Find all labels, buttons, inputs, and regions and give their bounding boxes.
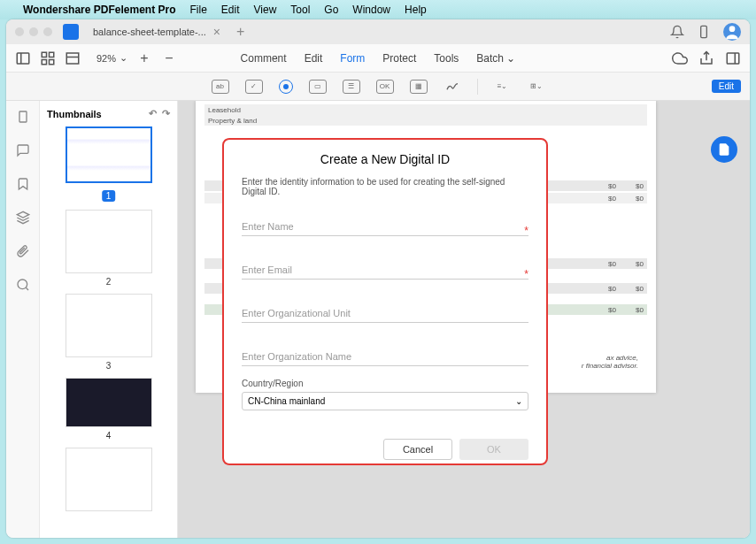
rotate-left-icon[interactable]: ↶: [149, 108, 157, 119]
row-total-2: $0 $0: [204, 193, 647, 203]
help-fab-button[interactable]: [711, 136, 737, 163]
listbox-tool[interactable]: ☰: [343, 80, 360, 94]
rotate-right-icon[interactable]: ↷: [162, 108, 170, 119]
thumbnail-number-4: 4: [47, 431, 170, 441]
chevron-down-icon: ⌄: [120, 52, 127, 64]
svg-line-14: [26, 287, 28, 290]
menu-window[interactable]: Window: [352, 4, 390, 16]
zoom-in-button[interactable]: +: [136, 50, 152, 66]
minimize-window-button[interactable]: [29, 27, 38, 36]
grid-view-icon[interactable]: [40, 50, 56, 66]
svg-rect-7: [50, 59, 54, 64]
thumbnail-page-1[interactable]: [66, 126, 152, 183]
row-total-1: $0 $0: [204, 180, 647, 191]
text-field-tool[interactable]: ab: [212, 80, 229, 94]
titlebar: balance-sheet-template-... × +: [6, 19, 750, 44]
app-logo-icon: [63, 24, 79, 40]
thumbnails-panel: Thumbnails ↶ ↷ 1 2 3 4: [40, 101, 178, 538]
menu-view[interactable]: View: [254, 4, 277, 16]
zoom-value: 92%: [96, 53, 116, 64]
button-tool[interactable]: OK: [376, 80, 394, 94]
thumbnails-title: Thumbnails: [47, 109, 102, 119]
edit-mode-badge[interactable]: Edit: [712, 80, 741, 93]
row-total-4: $0 $0: [204, 283, 647, 294]
attachment-icon[interactable]: [16, 244, 30, 258]
close-tab-icon[interactable]: ×: [213, 25, 220, 39]
row-leasehold: Leasehold: [204, 104, 647, 115]
thumbnail-page-4[interactable]: [66, 378, 152, 427]
menu-help[interactable]: Help: [405, 4, 427, 16]
tab-comment[interactable]: Comment: [241, 52, 287, 65]
layers-icon[interactable]: [16, 211, 30, 225]
svg-rect-5: [50, 52, 54, 57]
app-name[interactable]: Wondershare PDFelement Pro: [23, 4, 176, 16]
menubar: Wondershare PDFelement Pro File Edit Vie…: [0, 0, 756, 19]
svg-point-1: [729, 26, 736, 32]
cloud-icon[interactable]: [672, 50, 688, 66]
svg-rect-0: [701, 26, 707, 37]
document-tab-title: balance-sheet-template-...: [93, 27, 206, 37]
mobile-icon[interactable]: [697, 25, 711, 39]
document-tabs: balance-sheet-template-... × +: [63, 24, 244, 40]
menu-edit[interactable]: Edit: [221, 4, 240, 16]
form-toolbar: ab ✓ ▭ ☰ OK ▦ ≡⌄ ⊞⌄ Edit: [6, 73, 750, 101]
comments-icon[interactable]: [16, 143, 30, 157]
divider: [477, 79, 478, 95]
tab-form[interactable]: Form: [340, 52, 365, 65]
svg-rect-6: [42, 59, 46, 64]
close-window-button[interactable]: [15, 27, 24, 36]
thumbnail-page-3[interactable]: [66, 294, 152, 357]
window: balance-sheet-template-... × + 92% ⌄ + −…: [6, 19, 750, 538]
svg-rect-12: [19, 111, 27, 122]
reading-view-icon[interactable]: [65, 50, 81, 66]
distribute-tool[interactable]: ⊞⌄: [528, 80, 545, 94]
footer-text: ax advice, r financial advisor.: [582, 354, 638, 370]
new-tab-button[interactable]: +: [236, 24, 244, 40]
thumbnail-number-1: 1: [102, 190, 116, 202]
thumbnail-number-2: 2: [47, 277, 170, 287]
left-rail: [6, 101, 40, 538]
chevron-down-icon: ⌄: [506, 52, 515, 65]
thumbnail-page-2[interactable]: [66, 210, 152, 273]
thumbnail-page-5[interactable]: [66, 448, 152, 511]
row-grand-total: $0 $0: [204, 304, 647, 315]
bell-icon[interactable]: [670, 25, 684, 39]
toolbar-main: 92% ⌄ + − Comment Edit Form Protect Tool…: [6, 44, 750, 73]
date-tool[interactable]: ▦: [410, 80, 428, 94]
bookmark-icon[interactable]: [16, 177, 30, 191]
panel-right-icon[interactable]: [725, 50, 741, 66]
user-avatar[interactable]: [723, 23, 741, 41]
row-total-3: $0 $0: [204, 258, 647, 269]
document-view[interactable]: Leasehold Property & land $0 $0 $0 $0 $0…: [178, 101, 750, 538]
main-tabs: Comment Edit Form Protect Tools Batch ⌄: [241, 52, 516, 65]
zoom-control[interactable]: 92% ⌄: [96, 52, 127, 64]
document-tab[interactable]: balance-sheet-template-... ×: [86, 25, 228, 39]
combobox-tool[interactable]: ▭: [309, 80, 327, 94]
signature-tool[interactable]: [444, 80, 461, 94]
svg-rect-2: [17, 53, 29, 64]
menu-tool[interactable]: Tool: [290, 4, 310, 16]
sidebar-toggle-icon[interactable]: [15, 50, 31, 66]
menu-file[interactable]: File: [190, 4, 207, 16]
tab-protect[interactable]: Protect: [382, 52, 416, 65]
thumbnail-number-3: 3: [47, 361, 170, 371]
zoom-out-button[interactable]: −: [161, 50, 177, 66]
row-property: Property & land: [204, 115, 647, 126]
content: Thumbnails ↶ ↷ 1 2 3 4 Leasehold Propert…: [6, 101, 750, 538]
tab-batch[interactable]: Batch ⌄: [476, 52, 515, 65]
align-tool[interactable]: ≡⌄: [494, 80, 512, 94]
search-icon[interactable]: [16, 278, 30, 292]
thumbnails-icon[interactable]: [16, 110, 30, 124]
svg-point-13: [18, 280, 27, 289]
maximize-window-button[interactable]: [43, 27, 52, 36]
thumbnails-header: Thumbnails ↶ ↷: [47, 108, 170, 119]
radio-tool[interactable]: [279, 80, 293, 94]
menu-go[interactable]: Go: [324, 4, 338, 16]
svg-rect-4: [42, 52, 46, 57]
checkbox-tool[interactable]: ✓: [245, 80, 263, 94]
svg-rect-10: [727, 53, 739, 64]
tab-tools[interactable]: Tools: [434, 52, 459, 65]
share-icon[interactable]: [698, 50, 714, 66]
tab-edit[interactable]: Edit: [305, 52, 323, 65]
page: Leasehold Property & land $0 $0 $0 $0 $0…: [196, 101, 656, 393]
